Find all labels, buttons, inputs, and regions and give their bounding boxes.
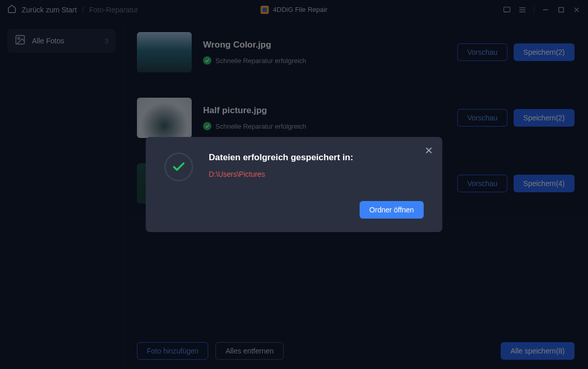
success-modal: Dateien erfolgreich gespeichert in: D:\U… [146,137,442,232]
modal-title: Dateien erfolgreich gespeichert in: [209,152,353,163]
modal-actions: Ordner öffnen [164,201,424,219]
open-folder-button[interactable]: Ordner öffnen [360,201,424,219]
modal-text: Dateien erfolgreich gespeichert in: D:\U… [209,152,353,178]
save-path[interactable]: D:\Users\Pictures [209,170,353,178]
modal-body: Dateien erfolgreich gespeichert in: D:\U… [164,152,424,181]
close-icon[interactable] [425,145,433,157]
modal-overlay: Dateien erfolgreich gespeichert in: D:\U… [0,0,588,369]
success-check-icon [164,152,193,181]
